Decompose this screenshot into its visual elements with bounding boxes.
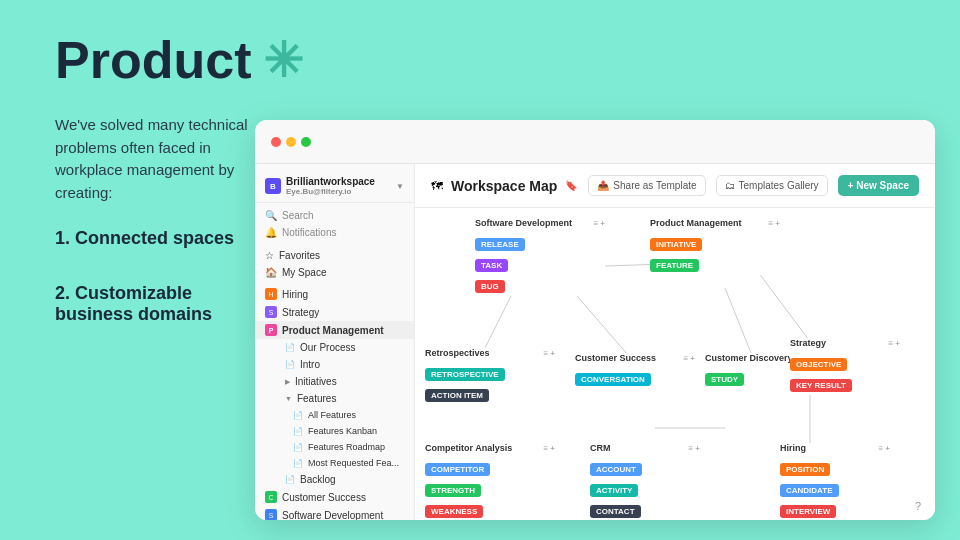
sidebar-sub-roadmap[interactable]: 📄 Features Roadmap: [277, 439, 414, 455]
myspace-label: My Space: [282, 267, 326, 278]
node-crm: CRM ≡ + ACCOUNT ACTIVITY CONTACT: [590, 443, 700, 520]
map-icon: 🗺: [431, 179, 443, 193]
sidebar-sub-mostrequested[interactable]: 📄 Most Requested Fea...: [277, 455, 414, 471]
node-retrospectives: Retrospectives ≡ + RETROSPECTIVE ACTION …: [425, 348, 555, 405]
header-actions: 📤 Share as Template 🗂 Templates Gallery …: [588, 175, 919, 196]
window-controls: [271, 137, 311, 147]
node-title-strategy: Strategy ≡ +: [790, 338, 900, 348]
home-icon: 🏠: [265, 267, 277, 278]
node-title-competitor: Competitor Analysis ≡ +: [425, 443, 555, 453]
workspace-logo: B: [265, 178, 281, 194]
node-hiring: Hiring ≡ + POSITION CANDIDATE INTERVIEW: [780, 443, 890, 520]
sidebar-item-strategy[interactable]: S Strategy: [255, 303, 414, 321]
snowflake-icon: ✳: [263, 32, 303, 88]
workspace-email: Eye.Bu@filtery.io: [286, 187, 391, 196]
collapse-icon: ▶: [285, 378, 290, 386]
tag-activity[interactable]: ACTIVITY: [590, 479, 700, 500]
node-title-customersuccess: Customer Success ≡ +: [575, 353, 695, 363]
tag-weakness[interactable]: WEAKNESS: [425, 500, 555, 520]
app-window: B Brilliantworkspace Eye.Bu@filtery.io ▼…: [255, 120, 935, 520]
tag-retrospective[interactable]: RETROSPECTIVE: [425, 363, 555, 384]
notifications-item[interactable]: 🔔 Notifications: [255, 224, 414, 241]
workspace-name: Brilliantworkspace: [286, 176, 391, 187]
node-competitor-analysis: Competitor Analysis ≡ + COMPETITOR STREN…: [425, 443, 555, 520]
templates-gallery-button[interactable]: 🗂 Templates Gallery: [716, 175, 828, 196]
favorites-label: Favorites: [279, 250, 320, 261]
sidebar-workspace[interactable]: B Brilliantworkspace Eye.Bu@filtery.io ▼: [255, 172, 414, 203]
sub-label: Features Kanban: [308, 426, 377, 436]
hiring-icon: H: [265, 288, 277, 300]
doc-icon5: 📄: [293, 443, 303, 452]
node-product-mgmt: Product Management ≡ + INITIATIVE FEATUR…: [650, 218, 780, 275]
tag-contact[interactable]: CONTACT: [590, 500, 700, 520]
tag-task[interactable]: TASK: [475, 254, 605, 275]
sidebar-label: Strategy: [282, 307, 319, 318]
tag-competitor[interactable]: COMPETITOR: [425, 458, 555, 479]
tag-release[interactable]: RELEASE: [475, 233, 605, 254]
sidebar-sub-intro[interactable]: 📄 Intro: [277, 356, 414, 373]
tag-candidate[interactable]: CANDIDATE: [780, 479, 890, 500]
sidebar-sub-allfeatures[interactable]: 📄 All Features: [277, 407, 414, 423]
sidebar-label: Customer Success: [282, 492, 366, 503]
sidebar-sub-ourprocess[interactable]: 📄 Our Process: [277, 339, 414, 356]
tag-conversation[interactable]: CONVERSATION: [575, 368, 695, 389]
node-software-dev: Software Development ≡ + RELEASE TASK BU…: [475, 218, 605, 296]
sidebar-item-productmgmt[interactable]: P Product Management: [255, 321, 414, 339]
sub-label: Features Roadmap: [308, 442, 385, 452]
productmgmt-icon: P: [265, 324, 277, 336]
share-template-label: Share as Template: [613, 180, 696, 191]
sidebar-item-customersuccess[interactable]: C Customer Success: [255, 488, 414, 506]
content-header: 🗺 Workspace Map 🔖 📤 Share as Template 🗂 …: [415, 164, 935, 208]
sidebar-sub-initiatives[interactable]: ▶ Initiatives: [277, 373, 414, 390]
customersuccess-icon: C: [265, 491, 277, 503]
doc-icon6: 📄: [293, 459, 303, 468]
search-item[interactable]: 🔍 Search: [255, 207, 414, 224]
bell-icon: 🔔: [265, 227, 277, 238]
new-space-label: + New Space: [848, 180, 909, 191]
star-icon: ☆: [265, 250, 274, 261]
minimize-dot[interactable]: [286, 137, 296, 147]
node-title-softwaredev: Software Development ≡ +: [475, 218, 605, 228]
sidebar-label: Software Development: [282, 510, 383, 521]
doc-icon4: 📄: [293, 427, 303, 436]
sub-label: Most Requested Fea...: [308, 458, 399, 468]
app-header: [255, 120, 935, 164]
maximize-dot[interactable]: [301, 137, 311, 147]
sidebar-item-softwaredev[interactable]: S Software Development: [255, 506, 414, 520]
tag-objective[interactable]: OBJECTIVE: [790, 353, 900, 374]
new-space-button[interactable]: + New Space: [838, 175, 919, 196]
doc-icon: 📄: [285, 343, 295, 352]
sidebar-sub-kanban[interactable]: 📄 Features Kanban: [277, 423, 414, 439]
sidebar-sub-features[interactable]: ▼ Features: [277, 390, 414, 407]
doc-icon7: 📄: [285, 475, 295, 484]
bookmark-icon[interactable]: 🔖: [565, 180, 577, 191]
tag-position[interactable]: POSITION: [780, 458, 890, 479]
tag-account[interactable]: ACCOUNT: [590, 458, 700, 479]
search-label: Search: [282, 210, 314, 221]
tag-feature[interactable]: FEATURE: [650, 254, 780, 275]
sub-label: All Features: [308, 410, 356, 420]
svg-line-2: [570, 288, 635, 363]
sub-label: Initiatives: [295, 376, 337, 387]
close-dot[interactable]: [271, 137, 281, 147]
tag-interview[interactable]: INTERVIEW: [780, 500, 890, 520]
tag-bug[interactable]: BUG: [475, 275, 605, 296]
sidebar-favorites[interactable]: ☆ Favorites: [255, 247, 414, 264]
tag-strength[interactable]: STRENGTH: [425, 479, 555, 500]
tag-keyresult[interactable]: KEY RESULT: [790, 374, 900, 395]
page-title: Product ✳: [55, 30, 255, 90]
node-customer-success: Customer Success ≡ + CONVERSATION: [575, 353, 695, 389]
templates-gallery-label: Templates Gallery: [739, 180, 819, 191]
title-text: Product: [55, 30, 251, 90]
share-icon: 📤: [597, 180, 609, 191]
description: We've solved many technical problems oft…: [55, 114, 255, 204]
map-canvas: Software Development ≡ + RELEASE TASK BU…: [415, 208, 935, 520]
tag-action-item[interactable]: ACTION ITEM: [425, 384, 555, 405]
sidebar-sub-backlog[interactable]: 📄 Backlog: [277, 471, 414, 488]
sidebar-myspace[interactable]: 🏠 My Space: [255, 264, 414, 281]
sub-label: Features: [297, 393, 336, 404]
chevron-down-icon: ▼: [396, 182, 404, 191]
tag-initiative[interactable]: INITIATIVE: [650, 233, 780, 254]
sidebar-item-hiring[interactable]: H Hiring: [255, 285, 414, 303]
share-template-button[interactable]: 📤 Share as Template: [588, 175, 705, 196]
